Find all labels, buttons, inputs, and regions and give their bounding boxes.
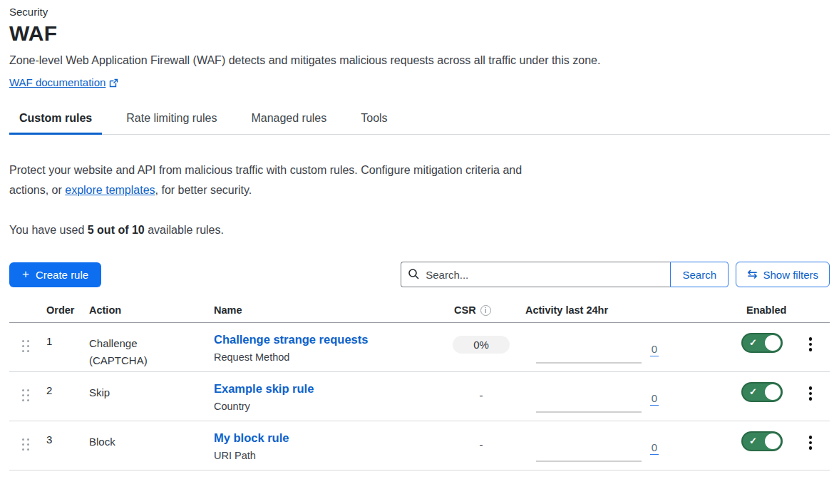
- enabled-cell: ✓: [674, 421, 791, 470]
- rule-expression: Country: [214, 401, 442, 412]
- rule-expression: Request Method: [214, 351, 442, 363]
- show-filters-button[interactable]: ⇆ Show filters: [736, 262, 830, 287]
- waf-page: Security WAF Zone-level Web Application …: [0, 0, 839, 470]
- intro-text: Protect your website and API from malici…: [9, 160, 538, 200]
- show-filters-label: Show filters: [763, 269, 818, 281]
- check-icon: ✓: [749, 436, 757, 446]
- search-icon: [408, 268, 420, 283]
- table-row: 1 Challenge (CAPTCHA) Challenge strange …: [9, 323, 830, 372]
- csr-cell: 0%: [442, 323, 520, 371]
- header-enabled: Enabled: [674, 304, 791, 316]
- header-spacer: [791, 304, 830, 316]
- activity-count-link[interactable]: 0: [650, 441, 659, 455]
- activity-sparkline: [536, 461, 642, 462]
- drag-dots-icon: [22, 389, 29, 401]
- table-row: 2 Skip Example skip rule Country - 0 ✓: [9, 372, 830, 421]
- usage-prefix: You have used: [9, 224, 88, 236]
- external-link-icon: [109, 78, 118, 91]
- rule-order: 1: [41, 323, 80, 371]
- rule-name-link[interactable]: Example skip rule: [214, 382, 314, 395]
- create-rule-label: Create rule: [36, 269, 88, 281]
- check-icon: ✓: [749, 337, 757, 348]
- header-csr: CSRi: [442, 304, 520, 316]
- intro-text-after: , for better security.: [155, 184, 252, 196]
- rule-name-link[interactable]: Challenge strange requests: [214, 333, 368, 346]
- drag-dots-icon: [22, 438, 29, 451]
- page-title: WAF: [9, 21, 830, 46]
- activity-cell: 0: [520, 323, 674, 371]
- kebab-cell: [791, 421, 830, 470]
- header-spacer: [9, 304, 41, 316]
- check-icon: ✓: [749, 386, 757, 397]
- search-group: Search: [401, 262, 729, 287]
- drag-handle[interactable]: [9, 421, 41, 470]
- info-icon[interactable]: i: [480, 305, 491, 316]
- usage-count: 5 out of 10: [88, 224, 145, 236]
- usage-text: You have used 5 out of 10 available rule…: [9, 224, 830, 237]
- drag-handle[interactable]: [9, 372, 41, 421]
- csr-value: -: [480, 438, 483, 451]
- activity-count-link[interactable]: 0: [650, 343, 659, 356]
- plus-icon: +: [22, 267, 29, 282]
- rule-action: Block: [80, 421, 205, 470]
- enabled-toggle[interactable]: ✓: [741, 333, 783, 353]
- csr-badge: 0%: [453, 336, 510, 354]
- header-name: Name: [205, 304, 442, 316]
- activity-count-link[interactable]: 0: [650, 392, 659, 406]
- header-activity: Activity last 24hr: [520, 304, 674, 316]
- activity-sparkline: [536, 362, 642, 364]
- rule-name-cell: My block rule URI Path: [205, 421, 442, 470]
- kebab-cell: [791, 372, 830, 421]
- tab-rate-limiting-rules[interactable]: Rate limiting rules: [116, 112, 227, 134]
- rule-name-cell: Challenge strange requests Request Metho…: [205, 323, 442, 371]
- kebab-menu-icon[interactable]: [805, 385, 817, 421]
- toolbar: + Create rule Search ⇆ Show filters: [9, 262, 830, 287]
- usage-suffix: available rules.: [145, 224, 224, 236]
- csr-cell: -: [442, 372, 520, 421]
- activity-cell: 0: [520, 421, 674, 470]
- search-button[interactable]: Search: [670, 262, 729, 287]
- tab-bar: Custom rules Rate limiting rules Managed…: [9, 112, 830, 135]
- rule-action: Challenge (CAPTCHA): [80, 323, 205, 371]
- tab-tools[interactable]: Tools: [351, 112, 397, 134]
- kebab-menu-icon[interactable]: [805, 434, 817, 470]
- enabled-cell: ✓: [674, 372, 791, 421]
- csr-value: -: [480, 389, 483, 401]
- tab-managed-rules[interactable]: Managed rules: [241, 112, 336, 134]
- rule-order: 2: [41, 372, 80, 421]
- search-input[interactable]: [401, 262, 670, 287]
- enabled-toggle[interactable]: ✓: [741, 382, 783, 402]
- rule-name-cell: Example skip rule Country: [205, 372, 442, 421]
- header-action: Action: [80, 304, 205, 316]
- header-order: Order: [41, 304, 80, 316]
- breadcrumb: Security: [9, 6, 830, 18]
- toggle-knob: [765, 384, 781, 400]
- create-rule-button[interactable]: + Create rule: [9, 262, 101, 287]
- toggle-knob: [765, 433, 781, 449]
- enabled-toggle[interactable]: ✓: [741, 431, 783, 451]
- activity-cell: 0: [520, 372, 674, 421]
- csr-cell: -: [442, 421, 520, 470]
- table-header-row: Order Action Name CSRi Activity last 24h…: [9, 304, 830, 323]
- header-csr-label: CSR: [454, 304, 476, 316]
- explore-templates-link[interactable]: explore templates: [65, 184, 155, 196]
- toggle-knob: [765, 335, 781, 351]
- enabled-cell: ✓: [674, 323, 791, 371]
- page-description: Zone-level Web Application Firewall (WAF…: [9, 54, 830, 67]
- rule-action: Skip: [80, 372, 205, 421]
- waf-documentation-link[interactable]: WAF documentation: [9, 76, 105, 88]
- rule-order: 3: [41, 421, 80, 470]
- rule-expression: URI Path: [214, 450, 442, 461]
- rule-name-link[interactable]: My block rule: [214, 431, 289, 444]
- tab-custom-rules[interactable]: Custom rules: [9, 112, 102, 134]
- table-row: 3 Block My block rule URI Path - 0 ✓: [9, 421, 830, 470]
- swap-arrows-icon: ⇆: [747, 267, 757, 282]
- drag-dots-icon: [22, 340, 29, 352]
- activity-sparkline: [536, 411, 642, 413]
- kebab-cell: [791, 323, 830, 371]
- drag-handle[interactable]: [9, 323, 41, 371]
- kebab-menu-icon[interactable]: [805, 336, 817, 371]
- custom-rules-table: Order Action Name CSRi Activity last 24h…: [9, 304, 830, 470]
